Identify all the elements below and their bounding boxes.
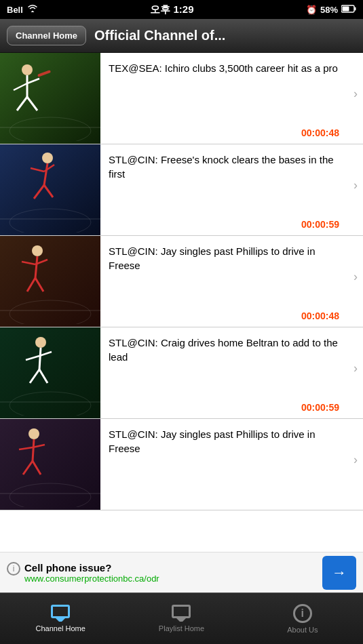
header: Channel Home Official Channel of... (0, 19, 363, 53)
video-duration: 00:00:48 (109, 305, 343, 321)
svg-line-44 (33, 439, 34, 461)
ad-title: Cell phone issue? (24, 562, 322, 573)
ad-banner[interactable]: i Cell phone issue? www.consumerprotecti… (0, 552, 363, 592)
svg-point-34 (35, 337, 46, 348)
video-duration: 00:00:59 (109, 397, 343, 413)
video-item[interactable]: STL@CIN: Jay singles past Phillips to dr… (0, 236, 363, 327)
video-thumbnail (0, 419, 100, 510)
chevron-right-icon: › (354, 361, 358, 376)
status-time: 오후 1:29 (150, 3, 193, 16)
svg-rect-1 (354, 7, 356, 10)
chevron-right-icon: › (354, 178, 358, 193)
status-bar: Bell 오후 1:29 ⏰ 58% (0, 0, 363, 19)
tab-bar: Channel Home Playlist Home i About Us (0, 592, 363, 644)
svg-point-6 (22, 64, 33, 75)
main-content: TEX@SEA: Ichiro clubs 3,500th career hit… (0, 53, 363, 592)
tab-about-us[interactable]: i About Us (242, 593, 363, 644)
video-title: STL@CIN: Craig drives home Beltran to ad… (109, 336, 343, 364)
chevron-right-icon: › (354, 270, 358, 284)
wifi-icon (27, 4, 38, 15)
svg-rect-2 (342, 6, 349, 11)
battery-icon (341, 5, 356, 15)
video-content: STL@CIN: Jay singles past Phillips to dr… (100, 236, 363, 327)
video-item[interactable]: STL@CIN: Freese's knock clears the bases… (0, 144, 363, 236)
tab-label: Playlist Home (159, 624, 204, 632)
video-duration: 00:00:59 (109, 214, 343, 230)
ad-text-area: Cell phone issue? www.consumerprotection… (24, 562, 322, 584)
header-title: Official Channel of... (94, 28, 356, 43)
video-content: STL@CIN: Jay singles past Phillips to dr… (100, 419, 363, 510)
ad-arrow-button[interactable]: → (322, 556, 356, 590)
video-title: TEX@SEA: Ichiro clubs 3,500th career hit… (109, 61, 343, 75)
status-left: Bell (7, 4, 38, 15)
ad-arrow-icon: → (332, 564, 347, 582)
video-thumbnail (0, 144, 100, 235)
chevron-right-icon: › (354, 453, 358, 467)
svg-point-25 (32, 245, 43, 256)
video-thumbnail (0, 236, 100, 327)
ad-info-icon: i (7, 562, 20, 576)
video-list: TEX@SEA: Ichiro clubs 3,500th career hit… (0, 53, 363, 552)
status-right: ⏰ 58% (306, 5, 356, 15)
video-content: STL@CIN: Craig drives home Beltran to ad… (100, 327, 363, 418)
tv-icon (172, 605, 191, 622)
svg-point-43 (28, 428, 39, 439)
tab-label: About Us (287, 626, 318, 634)
video-thumbnail (0, 327, 100, 418)
video-item[interactable]: STL@CIN: Jay singles past Phillips to dr… (0, 419, 363, 510)
tab-playlist-home[interactable]: Playlist Home (121, 593, 242, 644)
ad-link[interactable]: www.consumerprotectionbc.ca/odr (24, 573, 322, 584)
video-item[interactable]: STL@CIN: Craig drives home Beltran to ad… (0, 327, 363, 419)
video-title: STL@CIN: Jay singles past Phillips to dr… (109, 244, 343, 273)
video-item[interactable]: TEX@SEA: Ichiro clubs 3,500th career hit… (0, 53, 363, 144)
ad-left: i Cell phone issue? www.consumerprotecti… (7, 562, 322, 584)
info-icon: i (293, 604, 312, 623)
svg-line-35 (39, 348, 41, 369)
battery-label: 58% (320, 5, 338, 15)
svg-point-16 (42, 153, 53, 163)
video-title: STL@CIN: Jay singles past Phillips to dr… (109, 427, 343, 456)
video-content: STL@CIN: Freese's knock clears the bases… (100, 144, 363, 235)
tab-channel-home[interactable]: Channel Home (0, 593, 121, 644)
video-duration: 00:00:48 (109, 122, 343, 138)
tab-label: Channel Home (35, 624, 85, 632)
alarm-icon: ⏰ (306, 5, 317, 15)
video-title: STL@CIN: Freese's knock clears the bases… (109, 153, 343, 181)
tv-icon (51, 605, 70, 622)
carrier-label: Bell (7, 5, 23, 15)
channel-home-back-button[interactable]: Channel Home (7, 26, 86, 45)
video-thumbnail (0, 53, 100, 144)
video-content: TEX@SEA: Ichiro clubs 3,500th career hit… (100, 53, 363, 144)
chevron-right-icon: › (354, 87, 358, 101)
